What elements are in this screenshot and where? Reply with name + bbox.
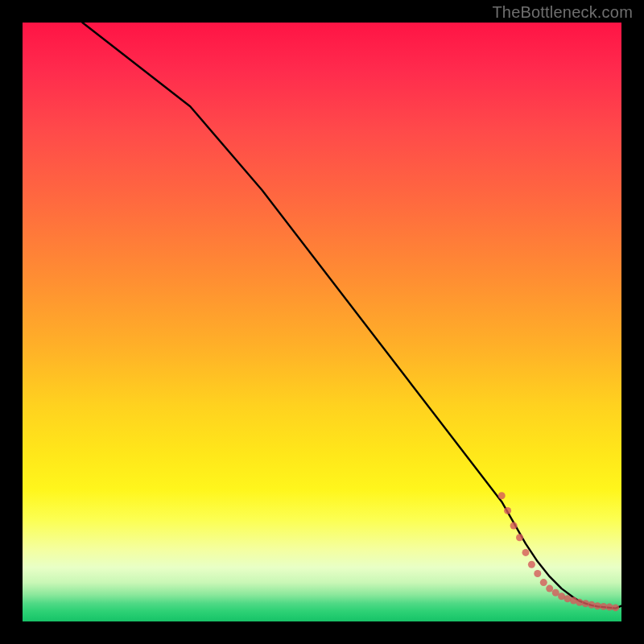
marker-point: [522, 549, 530, 556]
plot-frame: [23, 23, 621, 621]
marker-point: [498, 492, 506, 499]
bottleneck-curve: [82, 23, 621, 609]
marker-point: [534, 570, 541, 577]
watermark-text: TheBottleneck.com: [492, 3, 633, 22]
marker-group: [498, 492, 619, 611]
marker-point: [546, 585, 553, 592]
plot-overlay: [23, 23, 621, 621]
marker-point: [540, 579, 547, 586]
marker-point: [576, 599, 583, 606]
marker-point: [612, 604, 619, 611]
marker-point: [528, 561, 535, 568]
marker-point: [582, 600, 589, 607]
chart-stage: TheBottleneck.com: [0, 0, 644, 644]
marker-point: [516, 534, 523, 541]
marker-point: [588, 601, 595, 609]
marker-point: [504, 507, 511, 514]
marker-point: [510, 522, 518, 530]
